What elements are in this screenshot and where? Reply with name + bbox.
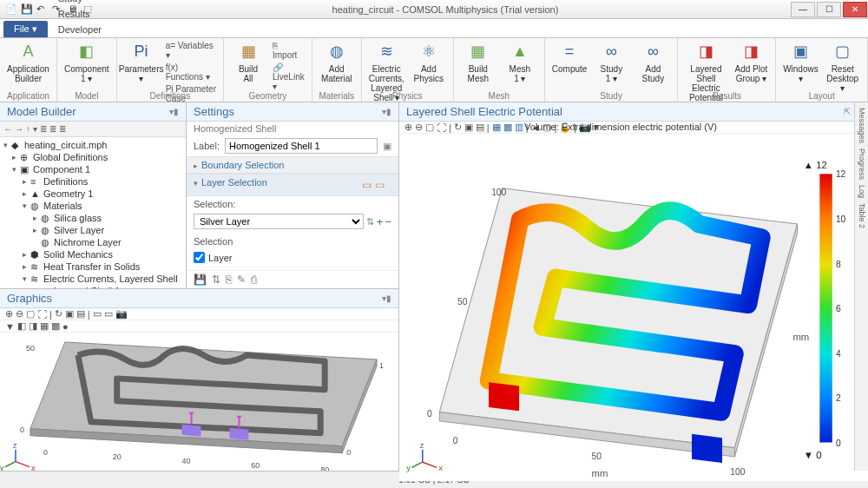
side-tab-log[interactable]: Log — [858, 185, 866, 198]
rotate-icon[interactable]: ↻ — [55, 308, 62, 320]
panel-menu-icon[interactable]: ▾▮ — [382, 107, 391, 116]
mb-tool-icon[interactable]: ← — [3, 124, 12, 134]
svg-text:z: z — [420, 441, 424, 450]
ribbon-button[interactable]: =Compute — [550, 40, 589, 76]
mb-tool-icon[interactable]: ≣ — [59, 124, 66, 134]
ribbon-button[interactable]: ⚛AddPhysics — [410, 40, 448, 85]
result-subtitle: Volume: Extra dimension electric potenti… — [399, 122, 842, 132]
tool-icon[interactable]: ◨ — [29, 320, 37, 332]
tree-node[interactable]: ▾◍Materials — [0, 200, 186, 212]
settings-tool-icon[interactable]: ⇅ — [212, 274, 220, 286]
tree-node[interactable]: ▸⊕Global Definitions — [0, 151, 186, 163]
qat-icon[interactable]: 📄 — [5, 3, 17, 16]
tree-node[interactable]: ▸≡Definitions — [0, 175, 186, 188]
ribbon-button[interactable]: ◍AddMaterial — [318, 40, 356, 85]
mb-tool-icon[interactable]: ↑ — [26, 124, 30, 134]
tool-icon[interactable]: ● — [62, 321, 69, 332]
ribbon-button[interactable]: ▦BuildMesh — [459, 40, 497, 85]
svg-rect-28 — [489, 382, 519, 411]
select-icon[interactable]: ▭ — [104, 308, 113, 320]
tree-node[interactable]: ▸≋Heat Transfer in Solids — [0, 260, 186, 273]
settings-tool-icon[interactable]: ✎ — [237, 274, 246, 286]
ribbon-button[interactable]: ▲Mesh1 ▾ — [501, 40, 539, 85]
panel-menu-icon[interactable]: ▾▮ — [169, 107, 179, 116]
layer-checkbox[interactable] — [194, 252, 205, 263]
tree-node[interactable]: ▸⬢Solid Mechanics — [0, 248, 186, 260]
zoom-out-icon[interactable]: ⊖ — [16, 308, 23, 320]
panel-menu-icon[interactable]: ▾▮ — [382, 293, 391, 303]
panel-pin-icon[interactable]: ⇱ — [844, 107, 851, 116]
selection-tool-icon[interactable]: ▭ — [362, 179, 372, 191]
settings-tool-icon[interactable]: 💾 — [194, 274, 207, 286]
swap-icon[interactable]: ⇅ — [366, 216, 374, 228]
ribbon-button[interactable]: ◧Component1 ▾ — [62, 40, 111, 85]
add-icon[interactable]: + — [377, 215, 384, 228]
settings-subtitle: Homogenized Shell — [187, 122, 398, 135]
boundary-selection-header[interactable]: ▸Boundary Selection — [187, 156, 398, 174]
tool-icon[interactable]: ◧ — [17, 320, 26, 332]
view-icon[interactable]: ▤ — [76, 308, 85, 320]
label-input[interactable] — [225, 138, 378, 154]
ribbon-button[interactable]: ∞Study1 ▾ — [592, 40, 630, 85]
maximize-button[interactable]: ☐ — [817, 2, 841, 17]
focus-icon[interactable]: ▣ — [383, 141, 391, 152]
qat-save-icon[interactable]: 💾 — [21, 3, 33, 16]
tree-node[interactable]: ◍Nichrome Layer — [0, 236, 186, 248]
tree-node[interactable]: ▸◍Silver Layer — [0, 224, 186, 236]
tree-node[interactable]: ▾◆heating_circuit.mph — [0, 139, 186, 151]
selection-dropdown[interactable]: Silver Layer — [194, 214, 364, 229]
settings-tool-icon[interactable]: ⎘ — [226, 274, 232, 286]
minimize-button[interactable]: — — [791, 2, 815, 17]
side-tab-messages[interactable]: Messages — [858, 108, 866, 143]
selection-tool-icon[interactable]: ▭ — [375, 179, 385, 191]
tool-icon[interactable]: ▩ — [51, 320, 60, 332]
result-canvas[interactable]: 0 50 100 0 50 100 mm mm ▲ 12 024681012 ▼ — [399, 134, 868, 481]
zoom-in-icon[interactable]: ⊕ — [5, 308, 13, 320]
ribbon-button[interactable]: ◨Add PlotGroup ▾ — [732, 40, 770, 85]
ribbon-stack-item[interactable]: a= Variables ▾ — [164, 40, 218, 61]
remove-icon[interactable]: − — [385, 215, 391, 228]
mb-tool-icon[interactable]: → — [15, 124, 23, 134]
tree-node[interactable]: ▸▭Layered Shell 1 — [0, 285, 186, 288]
ribbon-button[interactable]: ∞AddStudy — [634, 40, 672, 85]
zoom-box-icon[interactable]: ▢ — [26, 308, 35, 320]
qat-undo-icon[interactable]: ↶ — [36, 3, 49, 16]
view-icon[interactable]: ▣ — [65, 308, 74, 320]
ribbon-stack-item[interactable]: f(x) Functions ▾ — [164, 62, 218, 82]
ribbon-button[interactable]: ▢ResetDesktop ▾ — [823, 40, 862, 95]
mb-tool-icon[interactable]: ≣ — [40, 124, 47, 134]
svg-text:12: 12 — [836, 169, 846, 179]
zoom-extents-icon[interactable]: ⛶ — [37, 309, 47, 320]
tab-results[interactable]: Results — [49, 6, 111, 22]
tree-node[interactable]: ▸◍Silica glass — [0, 212, 186, 224]
tool-icon[interactable]: ▼ — [5, 321, 15, 332]
select-icon[interactable]: ▭ — [93, 308, 102, 320]
model-tree[interactable]: ▾◆heating_circuit.mph▸⊕Global Definition… — [0, 137, 186, 288]
ribbon-button[interactable]: ▣Windows▾ — [781, 40, 819, 85]
layer-selection-header[interactable]: ▾Layer Selection ▭▭ — [187, 174, 398, 196]
side-tab-progress[interactable]: Progress — [858, 148, 866, 180]
close-button[interactable]: ✕ — [843, 2, 867, 17]
ribbon-icon: ▦ — [466, 42, 490, 63]
mb-tool-icon[interactable]: ▾ — [33, 124, 37, 134]
ribbon-button[interactable]: ▦BuildAll — [229, 40, 267, 85]
graphics-canvas[interactable]: 50 0 0 1 0 20 40 60 80 mm — [0, 333, 398, 471]
ribbon-stack-item[interactable]: 🔗 LiveLink ▾ — [271, 62, 306, 92]
ribbon-icon: ◨ — [739, 42, 763, 63]
ribbon-stack-item[interactable]: ⎘ Import — [271, 40, 306, 61]
side-tab-table-2[interactable]: Table 2 — [858, 203, 866, 228]
tree-node[interactable]: ▸▲Geometry 1 — [0, 188, 186, 200]
ribbon-button[interactable]: PiParameters▾ — [122, 40, 161, 85]
tab-developer[interactable]: Developer — [49, 22, 111, 37]
camera-icon[interactable]: 📷 — [115, 308, 128, 320]
ribbon-button-label: Windows▾ — [783, 64, 819, 83]
settings-tool-icon[interactable]: ⎙ — [251, 274, 257, 286]
tree-node[interactable]: ▾▣Component 1 — [0, 163, 186, 175]
mb-tool-icon[interactable]: ≣ — [49, 124, 56, 134]
tree-node[interactable]: ▾≋Electric Currents, Layered Shell — [0, 273, 186, 285]
tool-icon[interactable]: ▦ — [40, 320, 49, 332]
file-menu[interactable]: File ▾ — [3, 21, 48, 37]
tab-study[interactable]: Study — [49, 0, 111, 6]
label-field-label: Label: — [194, 141, 220, 151]
ribbon-button[interactable]: AApplicationBuilder — [5, 40, 51, 85]
